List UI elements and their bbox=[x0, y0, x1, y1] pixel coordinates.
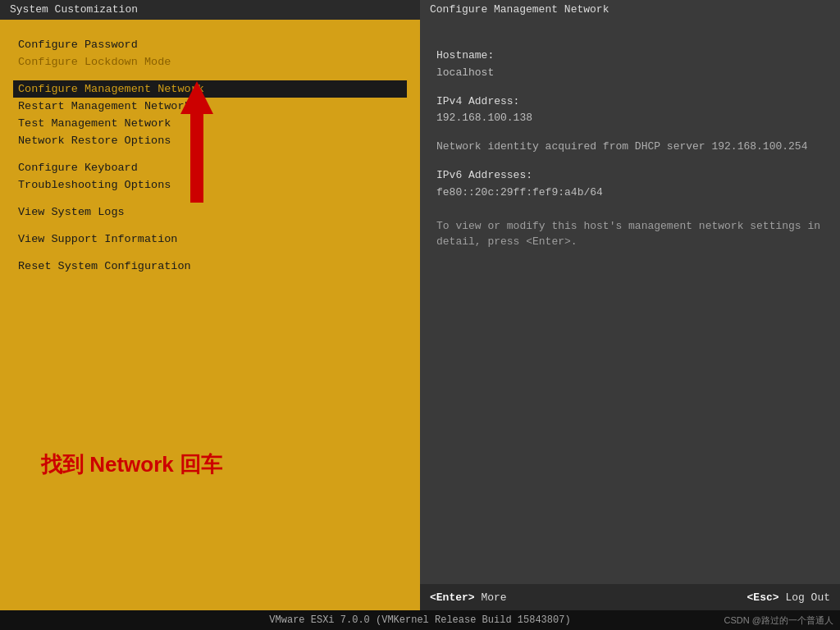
left-panel: Configure PasswordConfigure Lockdown Mod… bbox=[0, 20, 420, 610]
menu-item-configure-lockdown[interactable]: Configure Lockdown Mode bbox=[13, 53, 407, 71]
esc-key: <Esc> bbox=[747, 591, 779, 604]
enter-label: More bbox=[481, 591, 506, 604]
ipv4-label: IPv4 Address: bbox=[436, 94, 824, 111]
right-panel: Hostname: localhost IPv4 Address: 192.16… bbox=[420, 20, 840, 610]
enter-key: <Enter> bbox=[430, 591, 475, 604]
top-right-title: Configure Management Network bbox=[420, 0, 840, 20]
menu-item-reset-system-configuration[interactable]: Reset System Configuration bbox=[13, 258, 407, 275]
menu-spacer bbox=[13, 221, 407, 231]
main-container: System Customization Configure Managemen… bbox=[0, 0, 840, 630]
enter-hint[interactable]: <Enter> More bbox=[430, 591, 507, 604]
dhcp-note: Network identity acquired from DHCP serv… bbox=[436, 139, 824, 156]
description: To view or modify this host's management… bbox=[436, 218, 824, 250]
esc-hint[interactable]: <Esc> Log Out bbox=[747, 591, 830, 604]
ipv6-label: IPv6 Addresses: bbox=[436, 167, 824, 185]
svg-marker-0 bbox=[180, 81, 213, 114]
esc-label: Log Out bbox=[785, 591, 830, 604]
top-bar: System Customization Configure Managemen… bbox=[0, 0, 840, 20]
right-panel-bottom: <Enter> More <Esc> Log Out bbox=[420, 584, 840, 610]
footer-text: VMware ESXi 7.0.0 (VMKernel Release Buil… bbox=[269, 614, 570, 626]
content-area: Configure PasswordConfigure Lockdown Mod… bbox=[0, 20, 840, 610]
top-left-title: System Customization bbox=[0, 0, 420, 20]
menu-item-configure-password[interactable]: Configure Password bbox=[13, 36, 407, 53]
svg-rect-1 bbox=[190, 112, 203, 203]
arrow-icon bbox=[172, 81, 221, 212]
hostname-label: Hostname: bbox=[436, 48, 824, 65]
menu-spacer bbox=[13, 248, 407, 258]
hostname-value: localhost bbox=[436, 65, 824, 82]
footer-bar: VMware ESXi 7.0.0 (VMKernel Release Buil… bbox=[0, 610, 840, 630]
watermark: CSDN @路过的一个普通人 bbox=[724, 614, 833, 627]
right-info: Hostname: localhost IPv4 Address: 192.16… bbox=[436, 48, 824, 250]
annotation-text: 找到 Network 回车 bbox=[41, 450, 222, 479]
menu-spacer bbox=[13, 71, 407, 80]
ipv4-value: 192.168.100.138 bbox=[436, 110, 824, 127]
menu-item-view-support-information[interactable]: View Support Information bbox=[13, 231, 407, 248]
ipv6-value: fe80::20c:29ff:fef9:a4b/64 bbox=[436, 185, 824, 202]
